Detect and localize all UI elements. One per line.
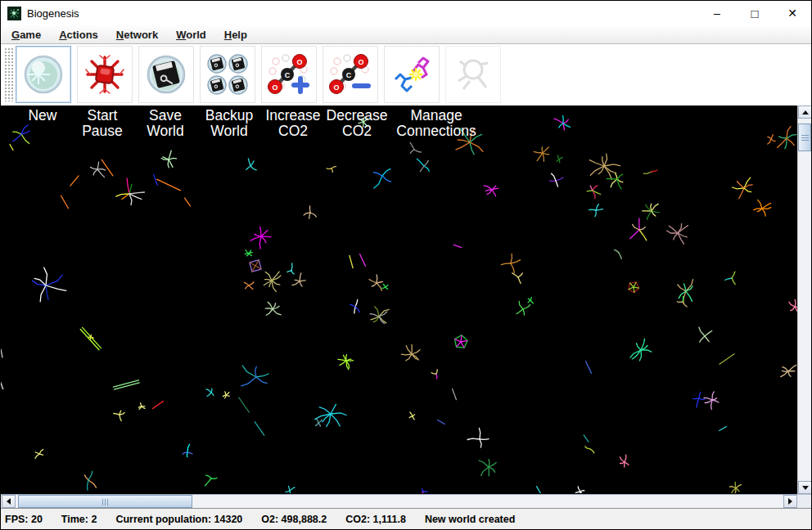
organisms-link-icon [390, 53, 433, 96]
close-button[interactable]: ✕ [774, 1, 811, 25]
minimize-button[interactable]: – [698, 1, 736, 25]
co2-molecule-minus-icon: C O O [329, 53, 372, 96]
app-icon [7, 7, 21, 20]
triangle-left-icon [7, 498, 11, 505]
scroll-right-button[interactable] [783, 495, 797, 508]
title-bar: Biogenesis – □ ✕ [1, 1, 811, 25]
four-floppy-icon [206, 53, 249, 96]
world-canvas[interactable]: New StartPause SaveWorld BackupWorld Inc… [1, 106, 797, 494]
new-world-button[interactable] [16, 46, 71, 103]
vertical-scrollbar-thumb[interactable] [798, 124, 811, 151]
svg-text:O: O [358, 58, 363, 66]
disabled-tool-button [445, 46, 501, 103]
thumb-grip-icon [801, 135, 809, 141]
ghost-magnifier-icon [452, 53, 494, 96]
triangle-up-icon [802, 110, 809, 115]
floppy-sphere-icon [145, 53, 187, 96]
menu-help[interactable]: Help [215, 27, 256, 43]
menu-bar: Game Actions Network World Help [1, 25, 811, 44]
toolbar: C O O [1, 44, 811, 106]
co2-value: CO2: 1,111.8 [345, 514, 406, 525]
start-pause-button[interactable] [77, 46, 133, 103]
o2-value: O2: 498,888.2 [261, 514, 327, 525]
triangle-down-icon [802, 486, 809, 490]
svg-text:O: O [272, 83, 277, 92]
fps-value: FPS: 20 [5, 514, 43, 525]
backup-world-button[interactable] [200, 46, 255, 103]
horizontal-scrollbar[interactable] [1, 494, 797, 508]
decrease-co2-button[interactable]: C O O [323, 46, 378, 103]
save-world-button[interactable] [138, 46, 194, 103]
red-organism-icon [83, 53, 126, 96]
horizontal-scrollbar-thumb[interactable] [18, 495, 192, 508]
menu-world[interactable]: World [167, 27, 215, 43]
toolbar-grip-handle[interactable] [4, 47, 14, 101]
svg-text:C: C [346, 71, 352, 79]
vertical-scrollbar[interactable] [797, 106, 811, 494]
scroll-down-button[interactable] [798, 481, 812, 494]
svg-text:C: C [285, 71, 291, 79]
thumb-grip-icon [102, 499, 109, 505]
scrollbar-corner [797, 494, 811, 508]
maximize-button[interactable]: □ [736, 1, 774, 25]
co2-molecule-plus-icon: C O O [268, 53, 310, 96]
menu-actions[interactable]: Actions [50, 27, 107, 43]
menu-game[interactable]: Game [2, 27, 50, 43]
increase-co2-button[interactable]: C O O [261, 46, 317, 103]
window-title: Biogenesis [27, 7, 698, 20]
manage-connections-button[interactable] [384, 46, 440, 103]
svg-text:O: O [296, 58, 302, 66]
glass-sphere-icon [22, 53, 65, 96]
menu-network[interactable]: Network [107, 27, 167, 43]
biogenesis-window: Biogenesis – □ ✕ Game Actions Network Wo… [0, 0, 812, 530]
status-bar: FPS: 20 Time: 2 Current population: 1432… [1, 508, 811, 529]
svg-text:O: O [333, 83, 339, 92]
triangle-right-icon [788, 498, 792, 505]
status-message: New world created [425, 514, 515, 525]
scroll-left-button[interactable] [2, 495, 16, 508]
scroll-up-button[interactable] [798, 106, 812, 119]
organisms-layer[interactable] [1, 106, 797, 493]
population-value: Current population: 14320 [115, 514, 242, 525]
time-value: Time: 2 [61, 514, 97, 525]
